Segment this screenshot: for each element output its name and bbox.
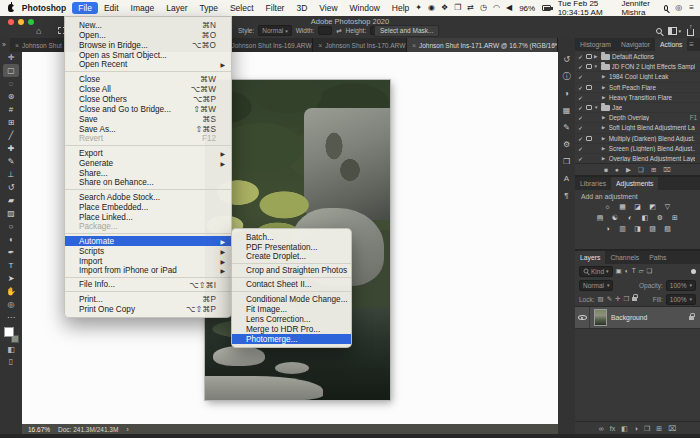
layer-filter-icon[interactable]: ▱ [639, 267, 644, 275]
adjustment-icon[interactable]: ◨ [632, 224, 643, 233]
tool-button[interactable]: ✋ [3, 285, 19, 298]
user-name[interactable]: Jennifer Mishra [621, 0, 656, 17]
width-input[interactable] [318, 26, 332, 35]
tool-button[interactable]: # [3, 103, 19, 116]
tool-button[interactable]: T [3, 259, 19, 272]
panel-tab[interactable]: Navigator [616, 38, 655, 51]
menu-item[interactable]: Search Adobe Stock... [65, 192, 231, 202]
adjustment-icon[interactable]: ▧ [662, 224, 673, 233]
action-row[interactable]: ✓ ▶ Heavy Transition Flare [575, 93, 700, 103]
menu-bar-item[interactable]: Edit [98, 2, 125, 14]
status-chevron-icon[interactable]: › [126, 426, 128, 433]
panel-tab[interactable]: Layers [575, 251, 605, 264]
action-check-icon[interactable]: ✓ [578, 155, 584, 162]
panel-menu-icon[interactable]: ≡ [685, 40, 698, 49]
filter-toggle-icon[interactable] [691, 269, 696, 274]
tool-button[interactable]: ⊞ [3, 116, 19, 129]
actions-button-icon[interactable]: ▶ [626, 167, 631, 173]
submenu-item[interactable]: Lens Correction... [232, 314, 351, 324]
submenu-item[interactable]: PDF Presentation... [232, 242, 351, 252]
action-row[interactable]: ✓ ▶ 1984 Cool Light Leak [575, 72, 700, 82]
expand-arrow-icon[interactable]: ▼ [594, 64, 599, 69]
expand-arrow-icon[interactable]: ▶ [602, 146, 607, 151]
tool-button[interactable]: ▢ [3, 64, 19, 77]
foreground-color-swatch[interactable] [4, 327, 14, 337]
layer-filter-icon[interactable]: ◐ [625, 267, 629, 275]
dock-panel-icon[interactable]: A [564, 175, 569, 183]
adjustment-icon[interactable]: ☼ [602, 202, 613, 211]
menu-bar-item[interactable]: View [313, 2, 343, 14]
menu-item[interactable]: Import from iPhone or iPad ▶ [65, 266, 231, 278]
actions-button-icon[interactable]: ⊞ [651, 167, 656, 173]
menu-item[interactable]: Generate ▶ [65, 158, 231, 168]
expand-arrow-icon[interactable]: ▶ [602, 136, 607, 141]
tool-button[interactable]: ✚ [3, 142, 19, 155]
layer-thumbnail[interactable] [594, 309, 607, 326]
adjustment-icon[interactable]: ▨ [647, 224, 658, 233]
menu-item[interactable]: Place Embedded... [65, 202, 231, 212]
close-tab-icon[interactable]: × [412, 42, 416, 49]
action-row[interactable]: ✓ ▼ JD FON 2 Light Effects Sampler [575, 62, 700, 72]
zoom-level-field[interactable]: 16.67% [28, 426, 50, 433]
dock-panel-icon[interactable]: ⚙ [563, 141, 570, 149]
blend-mode-select[interactable]: Normal ▾ [579, 280, 613, 291]
menu-item[interactable]: Print... ⌘P [65, 294, 231, 304]
menu-item[interactable]: File Info... ⌥⇧⌘I [65, 280, 231, 292]
layers-button-icon[interactable]: ◧ [621, 425, 628, 432]
menu-item[interactable]: Share... [65, 168, 231, 178]
actions-button-icon[interactable]: ⌧ [663, 167, 671, 173]
tool-button[interactable]: ○ [3, 220, 19, 233]
adjustment-icon[interactable]: ▦ [617, 202, 628, 211]
expand-arrow-icon[interactable]: ▶ [594, 54, 599, 59]
tool-button[interactable]: ➤ [3, 272, 19, 285]
action-row[interactable]: ✓ ▶ Multiply (Darken) Blend Adjust... [575, 134, 700, 144]
opacity-select[interactable]: 100% ▾ [666, 280, 696, 291]
menu-item[interactable]: Print One Copy ⌥⇧⌘P [65, 304, 231, 314]
expand-arrow-icon[interactable]: ▶ [602, 85, 607, 90]
panel-tab[interactable]: Actions [655, 38, 687, 51]
menu-item[interactable]: Open as Smart Object... [65, 50, 231, 60]
layers-button-icon[interactable]: ⊞ [656, 425, 662, 432]
tool-button[interactable]: ↺ [3, 181, 19, 194]
adjustment-icon[interactable]: ◩ [647, 202, 658, 211]
lock-option-icon[interactable]: ❐ [624, 295, 630, 303]
panel-tab[interactable]: Channels [605, 251, 644, 264]
tool-button[interactable]: ⊛ [3, 90, 19, 103]
menu-item[interactable]: Scripts ▶ [65, 246, 231, 256]
quick-mask-button[interactable]: ◧ [3, 343, 19, 355]
menu-item[interactable]: Close ⌘W [65, 74, 231, 84]
action-row[interactable]: ✓ ▶ Soft Light Blend Adjustment La... [575, 123, 700, 133]
tool-button[interactable]: ✛ [3, 51, 19, 64]
tool-button[interactable]: ⊥ [3, 168, 19, 181]
lock-option-icon[interactable]: ✛ [615, 295, 620, 303]
apple-menu-icon[interactable] [8, 4, 14, 12]
tool-button[interactable]: ▨ [3, 207, 19, 220]
actions-button-icon[interactable]: ■ [604, 167, 608, 173]
tool-button[interactable]: ✒ [3, 246, 19, 259]
tool-button[interactable]: ◌ [3, 77, 19, 90]
submenu-item[interactable]: Crop and Straighten Photos [232, 266, 351, 278]
fill-select[interactable]: 100% ▾ [666, 294, 696, 305]
share-icon[interactable] [687, 29, 694, 36]
lock-option-icon[interactable]: ▨ [598, 295, 604, 303]
layers-button-icon[interactable]: ◑ [634, 425, 638, 432]
layers-button-icon[interactable]: ⌧ [668, 425, 676, 432]
submenu-item[interactable]: Create Droplet... [232, 252, 351, 264]
submenu-item[interactable]: Conditional Mode Change... [232, 294, 351, 304]
action-row[interactable]: ✓ ▼ Jae [575, 103, 700, 113]
actions-button-icon[interactable]: ❏ [638, 167, 644, 173]
close-tab-icon[interactable]: × [318, 42, 322, 49]
action-row[interactable]: ✓ ▶ Depth Overlay F1 [575, 113, 700, 123]
menu-item[interactable]: Close and Go to Bridge... ⇧⌘W [65, 104, 231, 114]
menu-item[interactable]: Package... [65, 222, 231, 234]
adjustment-icon[interactable]: ▥ [617, 224, 628, 233]
menu-item[interactable]: Browse in Bridge... ⌥⌘O [65, 40, 231, 50]
layer-filter-icon[interactable]: ❏ [647, 267, 653, 275]
menu-item[interactable]: Place Linked... [65, 212, 231, 222]
dock-panel-icon[interactable]: ↺ [563, 56, 570, 64]
action-check-icon[interactable]: ✓ [578, 53, 584, 60]
dock-panel-icon[interactable]: ¶ [564, 192, 568, 200]
menu-bar-item[interactable]: Select [224, 2, 260, 14]
notification-center-icon[interactable]: ≡ [689, 4, 694, 12]
dialog-toggle-icon[interactable] [586, 105, 592, 110]
